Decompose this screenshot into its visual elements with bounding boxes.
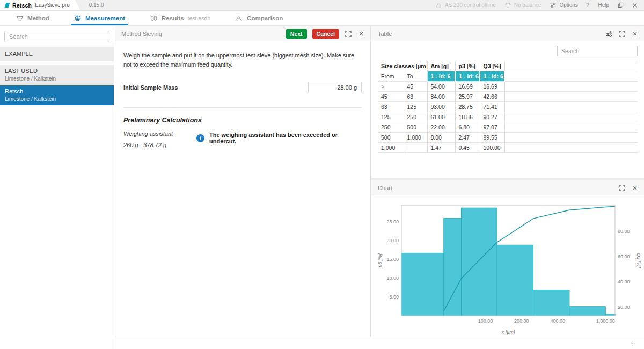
chart-panel-header: Chart × [371,180,644,195]
close-window-button[interactable] [632,3,638,8]
cell-from[interactable]: 1,000 [378,143,404,153]
cell-to[interactable]: 250 [404,112,427,122]
tab-results[interactable]: Results test.esdb [150,11,210,25]
cell-dm[interactable]: 1.47 [427,143,455,153]
table-row[interactable]: 5001,0008.002.4799.55 [378,133,638,143]
initial-sample-mass-input[interactable] [308,82,362,93]
more-options-button[interactable]: ⋮ [626,339,638,347]
svg-text:60.00: 60.00 [618,254,630,259]
cell-dm[interactable]: 84.00 [427,92,455,102]
weighing-warning: i The weighing assistant has been exceed… [196,132,362,144]
cell-p3[interactable]: 16.69 [455,82,480,92]
panel-actions: × [605,30,639,38]
cell-p3[interactable]: 25.97 [455,92,480,102]
column-header-q3[interactable]: Q3 [%] [480,61,504,71]
column-header-from[interactable]: From [378,71,404,82]
cell-to[interactable]: 500 [404,122,427,133]
cell-dm[interactable]: 93.00 [427,102,455,112]
svg-text:15.00: 15.00 [386,257,399,262]
column-header-size-classes[interactable]: Size classes [µm] [378,61,427,71]
table-row[interactable]: 12525061.0018.8690.27 [378,112,638,122]
series-id-badge[interactable]: 1 - Id: 6 [427,71,455,82]
table-row[interactable]: >4554.0016.6916.69 [378,82,638,92]
tab-measurement[interactable]: Measurement [74,11,125,25]
histogram-bar [462,208,497,316]
table-row[interactable]: 25050022.006.8097.07 [378,122,638,133]
cell-q3[interactable]: 99.55 [480,133,504,143]
cell-q3[interactable]: 16.69 [480,82,504,92]
expand-panel-button[interactable] [618,30,626,38]
column-header-p3[interactable]: p3 [%] [455,61,480,71]
section-divider [123,107,362,108]
tab-comparison[interactable]: Comparison [235,11,283,25]
cell-from[interactable]: 500 [378,133,404,143]
table-search-input[interactable] [557,46,638,56]
cell-q3[interactable]: 42.66 [480,92,504,102]
series-id-badge[interactable]: 1 - Id: 6 [455,71,480,82]
next-button[interactable]: Next [286,29,307,39]
cell-dm[interactable]: 61.00 [427,112,455,122]
help-button[interactable]: Help [598,2,609,8]
table-body: >4554.0016.6916.69456384.0025.9742.66631… [378,82,638,153]
table-settings-icon [605,31,613,37]
cell-p3[interactable]: 6.80 [455,122,480,133]
table-toolbar [371,41,644,60]
cell-q3[interactable]: 97.07 [480,122,504,133]
series-id-badge[interactable]: 1 - Id: 6 [480,71,504,82]
close-panel-button[interactable]: × [631,30,639,38]
sidebar-search-input[interactable] [4,31,109,42]
cell-to[interactable]: 1,000 [404,133,427,143]
right-column: Table × [371,26,644,337]
cell-from[interactable]: 45 [378,92,404,102]
column-header-to[interactable]: To [404,71,427,82]
close-panel-button[interactable]: × [357,30,365,38]
cell-p3[interactable]: 18.86 [455,112,480,122]
cell-to[interactable]: 63 [404,92,427,102]
tab-method[interactable]: Method [16,11,49,25]
cell-q3[interactable]: 100.00 [480,143,504,153]
sieve-icon [16,14,24,22]
options-label: Options [559,2,577,8]
cell-to[interactable] [404,143,427,153]
app-version: 0.15.0 [89,2,104,8]
sidebar-item-example[interactable]: EXAMPLE [0,47,114,61]
table-row[interactable]: 1,0001.470.45100.00 [378,143,638,153]
cell-to[interactable]: 45 [404,82,427,92]
quick-help-button[interactable]: ? [587,2,590,8]
cell-q3[interactable]: 71.41 [480,102,504,112]
histogram-bar [533,290,569,316]
svg-text:20.00: 20.00 [386,238,399,243]
expand-panel-button[interactable] [618,184,626,192]
table-row[interactable]: 6312593.0028.7571.41 [378,102,638,112]
svg-text:1,000.00: 1,000.00 [596,318,615,324]
method-panel-header: Method Sieving Next Cancel × [115,26,370,41]
cell-p3[interactable]: 0.45 [455,143,480,153]
sidebar-item-retsch-selected[interactable]: Retsch Limestone / Kalkstein [0,85,114,105]
cancel-button[interactable]: Cancel [312,29,339,39]
cell-from[interactable]: 63 [378,102,404,112]
svg-text:40.00: 40.00 [618,279,630,285]
table-settings-button[interactable] [605,30,613,38]
maximize-button[interactable] [618,2,624,8]
sidebar-item-last-used[interactable]: LAST USED Limestone / Kalkstein [0,65,114,85]
expand-panel-button[interactable] [345,30,352,38]
method-sieving-panel: Method Sieving Next Cancel × Weigh the s… [115,26,371,337]
cell-dm[interactable]: 8.00 [427,133,455,143]
maximize-icon [618,2,624,8]
cell-p3[interactable]: 2.47 [455,133,480,143]
table-row[interactable]: 456384.0025.9742.66 [378,92,638,102]
cell-from[interactable]: > [378,82,404,92]
column-header-dm[interactable]: Δm [g] [427,61,455,71]
cell-from[interactable]: 250 [378,122,404,133]
svg-text:25.00: 25.00 [386,219,399,224]
cell-q3[interactable]: 90.27 [480,112,504,122]
cell-from[interactable]: 125 [378,112,404,122]
cell-to[interactable]: 125 [404,102,427,112]
options-button[interactable]: Options [550,2,577,9]
cell-p3[interactable]: 28.75 [455,102,480,112]
close-panel-button[interactable]: × [631,184,639,192]
titlebar: Retsch EasySieve pro 0.15.0 AS 200 contr… [0,0,644,11]
cell-dm[interactable]: 22.00 [427,122,455,133]
app-logo-tab[interactable]: Retsch EasySieve pro [0,0,80,10]
cell-dm[interactable]: 54.00 [427,82,455,92]
